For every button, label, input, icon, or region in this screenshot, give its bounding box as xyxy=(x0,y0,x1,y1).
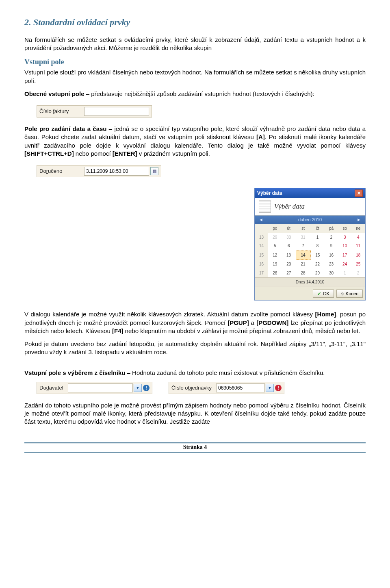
calendar-header-row: poútstčtpásone xyxy=(255,224,365,233)
calendar-day[interactable]: 2 xyxy=(325,233,338,242)
calendar-row: 14567891011 xyxy=(255,242,365,250)
paragraph-text: v prázdném vstupním poli. xyxy=(137,150,210,157)
subheading-vstupni-pole: Vstupní pole xyxy=(24,57,366,67)
field-dodavatel: Dodavatel ▼ ! xyxy=(37,382,152,394)
week-number: 15 xyxy=(255,250,268,260)
close-icon[interactable]: ✕ xyxy=(355,189,363,197)
calendar-day-header: út xyxy=(282,224,296,233)
paragraph: Pole pro zadání data a času – jedná se o… xyxy=(24,125,366,158)
paragraph: V dialogu kalendáře je možné využít něko… xyxy=(24,310,366,335)
calendar-day[interactable]: 29 xyxy=(268,233,282,242)
text-input[interactable]: 063056065 xyxy=(216,383,265,392)
calendar-day[interactable]: 14 xyxy=(296,250,310,260)
calendar-day[interactable]: 13 xyxy=(282,250,296,260)
calendar-day[interactable]: 31 xyxy=(296,233,310,242)
field-label: Číslo faktury xyxy=(39,108,84,115)
calendar-day[interactable]: 29 xyxy=(310,269,325,278)
key-shortcut: [A] xyxy=(256,133,265,140)
date-input[interactable]: 3.11.2009 18:53:00 xyxy=(84,167,149,176)
calendar-day-header: st xyxy=(296,224,310,233)
calendar-day[interactable]: 6 xyxy=(282,242,296,250)
key-shortcut: [F4] xyxy=(112,327,124,334)
next-month-icon[interactable]: ► xyxy=(357,217,361,223)
button-label: Konec xyxy=(346,291,358,297)
page-footer: Stránka 4 xyxy=(24,442,366,453)
paragraph: Vstupní pole slouží pro vkládání číselný… xyxy=(24,68,366,85)
calendar-day[interactable]: 22 xyxy=(310,260,325,269)
bold-label: Pole pro zadání data a času xyxy=(24,125,107,132)
calendar-row: 132930311234 xyxy=(255,233,365,242)
calendar-mini-icon xyxy=(259,200,271,213)
text-input[interactable] xyxy=(84,107,149,116)
week-number: 13 xyxy=(255,233,268,242)
field-label: Číslo objednávky xyxy=(171,384,216,392)
calendar-day[interactable]: 8 xyxy=(310,242,325,250)
section-title: 2. Standardní ovládací prvky xyxy=(24,16,366,28)
calendar-day-header: čt xyxy=(310,224,325,233)
calendar-day[interactable]: 24 xyxy=(338,260,351,269)
bold-label: Obecné vstupní pole xyxy=(24,90,84,97)
calendar-day[interactable]: 30 xyxy=(325,269,338,278)
ok-button[interactable]: ✔OK xyxy=(313,290,334,298)
calendar-day[interactable]: 16 xyxy=(325,250,338,260)
week-number: 16 xyxy=(255,260,268,269)
paragraph: Obecné vstupní pole – představuje nejběž… xyxy=(24,90,366,98)
paragraph-text: nebo klepnutím na období v záhlaví je mo… xyxy=(123,327,360,334)
paragraph-text: nebo pomocí xyxy=(74,150,113,157)
calendar-day[interactable]: 28 xyxy=(296,269,310,278)
dialog-header: Výběr data xyxy=(255,198,365,216)
calendar-month-bar[interactable]: ◄ duben 2010 ► xyxy=(255,216,365,224)
calendar-day[interactable]: 23 xyxy=(325,260,338,269)
calendar-day[interactable]: 1 xyxy=(338,269,351,278)
field-cislo-faktury: Číslo faktury xyxy=(37,105,152,118)
paragraph: Pokud je datum uvedeno bez zadání letopo… xyxy=(24,340,366,357)
calendar-day[interactable]: 17 xyxy=(338,250,351,260)
calendar-day[interactable]: 21 xyxy=(296,260,310,269)
dialog-header-title: Výběr data xyxy=(274,202,305,211)
calendar-day[interactable]: 27 xyxy=(282,269,296,278)
calendar-day[interactable]: 11 xyxy=(351,242,365,250)
week-number: 14 xyxy=(255,242,268,250)
konec-button[interactable]: ⎋Konec xyxy=(336,290,363,298)
calendar-dialog: Výběr data ✕ Výběr data ◄ duben 2010 ► p… xyxy=(254,188,366,301)
text-input[interactable] xyxy=(68,383,133,392)
dropdown-icon[interactable]: ▼ xyxy=(266,384,274,392)
exit-icon: ⎋ xyxy=(341,291,344,297)
calendar-day[interactable]: 3 xyxy=(338,233,351,242)
calendar-day[interactable]: 25 xyxy=(351,260,365,269)
calendar-day[interactable]: 10 xyxy=(338,242,351,250)
calendar-grid: poútstčtpásone 1329303112341456789101115… xyxy=(255,224,365,277)
calendar-day[interactable]: 19 xyxy=(268,260,282,269)
calendar-day-header: po xyxy=(268,224,282,233)
calendar-day[interactable]: 7 xyxy=(296,242,310,250)
calendar-row: 1512131415161718 xyxy=(255,250,365,260)
month-label: duben 2010 xyxy=(298,217,322,222)
calendar-day-header: pá xyxy=(325,224,338,233)
calendar-day[interactable]: 30 xyxy=(282,233,296,242)
dropdown-icon[interactable]: ▼ xyxy=(134,384,142,392)
key-shortcut: [PGUP] xyxy=(228,319,249,326)
calendar-day[interactable]: 2 xyxy=(351,269,365,278)
paragraph-text: – představuje nejběžnější způsob zadáván… xyxy=(84,90,314,97)
calendar-day[interactable]: 1 xyxy=(310,233,325,242)
info-icon[interactable]: ! xyxy=(143,385,150,391)
calendar-day[interactable]: 4 xyxy=(351,233,365,242)
calendar-day[interactable]: 9 xyxy=(325,242,338,250)
dialog-button-row: ✔OK ⎋Konec xyxy=(255,287,365,301)
calendar-day-header: ne xyxy=(351,224,365,233)
calendar-today-bar[interactable]: Dnes 14.4.2010 xyxy=(255,277,365,287)
field-label: Dodavatel xyxy=(39,384,68,392)
error-icon[interactable]: ! xyxy=(275,385,282,391)
prev-month-icon[interactable]: ◄ xyxy=(259,217,263,223)
calendar-day[interactable]: 5 xyxy=(268,242,282,250)
bold-label: Vstupní pole s výběrem z číselníku xyxy=(24,369,125,376)
key-shortcut: [Home] xyxy=(315,311,336,318)
calendar-day[interactable]: 12 xyxy=(268,250,282,260)
calendar-day[interactable]: 20 xyxy=(282,260,296,269)
calendar-day[interactable]: 26 xyxy=(268,269,282,278)
field-doruceno: Doručeno 3.11.2009 18:53:00 ▦ xyxy=(37,165,161,177)
calendar-row: 1619202122232425 xyxy=(255,260,365,269)
calendar-day[interactable]: 18 xyxy=(351,250,365,260)
calendar-day[interactable]: 15 xyxy=(310,250,325,260)
calendar-icon[interactable]: ▦ xyxy=(150,167,158,175)
